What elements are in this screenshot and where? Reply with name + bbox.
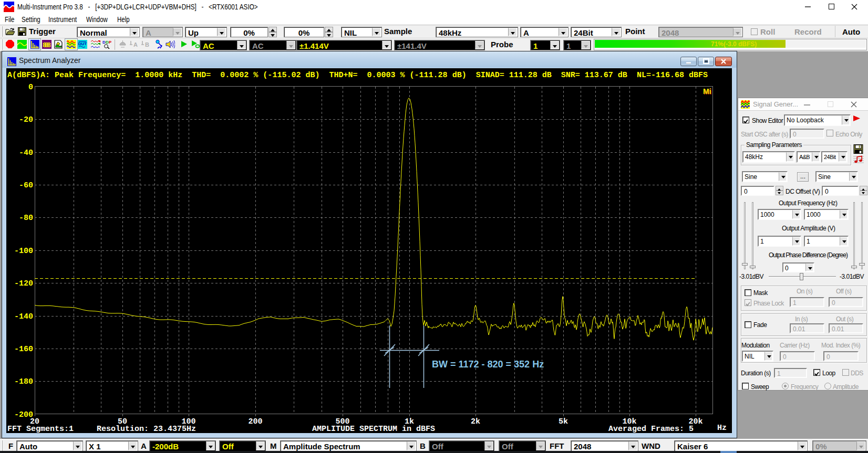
svg-text:Mi: Mi bbox=[703, 87, 711, 96]
svg-text:200: 200 bbox=[248, 417, 262, 426]
svg-text:2k: 2k bbox=[471, 417, 480, 426]
svg-text:-100: -100 bbox=[14, 247, 33, 256]
svg-text:DUT: DUT bbox=[78, 41, 87, 46]
svg-text:0: 0 bbox=[28, 83, 33, 92]
svg-text:-60: -60 bbox=[19, 181, 33, 190]
svg-text:Resolution: 23.4375Hz: Resolution: 23.4375Hz bbox=[97, 425, 196, 433]
svg-text:A(dBFS)A: Peak Frequency= 1.0: A(dBFS)A: Peak Frequency= 1.0000 kHz THD… bbox=[7, 71, 708, 80]
svg-text:BW = 1172 - 820 = 352 Hz: BW = 1172 - 820 = 352 Hz bbox=[432, 359, 544, 370]
svg-text:-120: -120 bbox=[14, 279, 33, 288]
svg-text:-160: -160 bbox=[14, 345, 33, 354]
svg-text:AMPLITUDE SPECTRUM in dBFS: AMPLITUDE SPECTRUM in dBFS bbox=[312, 425, 435, 433]
svg-text:888: 888 bbox=[43, 41, 51, 49]
svg-text:Hz: Hz bbox=[717, 424, 727, 433]
svg-text:-140: -140 bbox=[14, 312, 33, 321]
svg-text:-180: -180 bbox=[14, 377, 33, 386]
svg-text:-40: -40 bbox=[19, 149, 33, 157]
svg-text:B: B bbox=[145, 41, 149, 48]
svg-text:A: A bbox=[133, 41, 138, 48]
svg-text:FFT Segments:1: FFT Segments:1 bbox=[7, 425, 74, 433]
svg-text:P: P bbox=[109, 40, 111, 45]
svg-text:-80: -80 bbox=[19, 214, 33, 223]
svg-text:-20: -20 bbox=[19, 115, 33, 124]
svg-text:5k: 5k bbox=[559, 417, 568, 426]
svg-text:Averaged Frames: 5: Averaged Frames: 5 bbox=[608, 425, 694, 433]
